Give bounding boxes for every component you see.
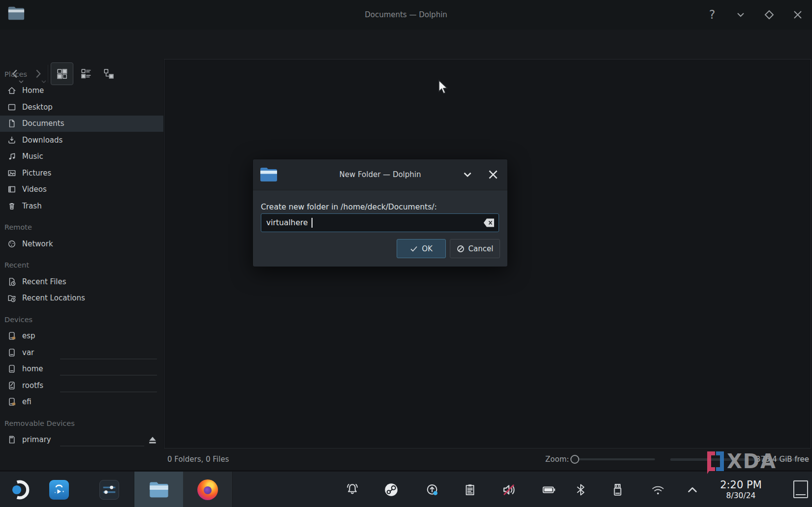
eject-button[interactable] (147, 435, 158, 446)
sidebar-item-label: esp (22, 331, 35, 340)
sidebar-item-esp[interactable]: esp (0, 328, 164, 345)
toolbar: Documents Split (0, 30, 812, 59)
places-panel: Places Home Desktop Documents Downloads … (0, 59, 164, 448)
folder-name-input[interactable] (261, 213, 499, 232)
sidebar-item-music[interactable]: Music (0, 149, 164, 165)
taskbar-launcher-discover[interactable] (45, 472, 73, 507)
dialog-minimize-button[interactable] (459, 166, 476, 183)
download-icon (7, 135, 17, 145)
clipboard-icon (463, 482, 477, 498)
drive-icon (7, 397, 17, 407)
statusbar: 0 Folders, 0 Files Zoom: 375.4 GiB free (0, 448, 812, 470)
sidebar-item-recent-locations[interactable]: Recent Locations (0, 290, 164, 307)
sidebar-item-label: home (22, 364, 43, 373)
maximize-button[interactable] (761, 6, 778, 23)
picture-icon (7, 168, 17, 178)
tray-battery-button[interactable] (540, 472, 558, 507)
updates-icon (424, 482, 440, 498)
xda-watermark: XDA (707, 448, 791, 474)
sidebar-item-pictures[interactable]: Pictures (0, 165, 164, 181)
dolphin-folder-icon (148, 480, 170, 500)
sidebar-item-videos[interactable]: Videos (0, 181, 164, 198)
sidebar-item-label: efi (22, 397, 31, 406)
taskbar-clock[interactable]: 2:20 PM 8/30/24 (708, 472, 774, 507)
clock-date: 8/30/24 (726, 491, 756, 500)
taskbar-task-dolphin[interactable] (134, 472, 184, 507)
sidebar-item-trash[interactable]: Trash (0, 198, 164, 214)
help-button[interactable]: ? (704, 6, 720, 23)
home-icon (7, 86, 17, 95)
zoom-slider[interactable] (575, 458, 655, 460)
sidebar-item-downloads[interactable]: Downloads (0, 132, 164, 149)
tray-usb-device-button[interactable] (609, 472, 626, 507)
battery-icon (540, 482, 558, 497)
close-icon (487, 168, 500, 181)
items-summary: 0 Folders, 0 Files (167, 448, 229, 470)
close-icon (792, 9, 804, 21)
sidebar-item-efi[interactable]: efi (0, 394, 164, 411)
cancel-button[interactable]: Cancel (450, 239, 500, 258)
sidebar-item-documents[interactable]: Documents (0, 116, 164, 132)
disk-usage-bar (60, 446, 144, 447)
disk-usage-bar (60, 358, 157, 359)
tray-bluetooth-button[interactable] (572, 472, 590, 507)
sidebar-section-remote: Remote (0, 219, 164, 236)
sidebar-item-label: Home (22, 86, 44, 95)
tray-steam-button[interactable] (382, 472, 400, 507)
recent-files-icon (7, 277, 17, 287)
sidebar-item-desktop[interactable]: Desktop (0, 99, 164, 116)
tray-updates-button[interactable] (423, 472, 441, 507)
sidebar-item-label: rootfs (22, 381, 43, 390)
taskbar-task-firefox[interactable] (183, 472, 233, 507)
drive-icon (7, 331, 17, 341)
text-cursor (312, 218, 312, 228)
sidebar-item-home-device[interactable]: home (0, 361, 164, 378)
drive-icon (7, 364, 17, 374)
dialog-close-button[interactable] (485, 166, 501, 183)
minimize-chevron-icon (461, 168, 474, 181)
show-desktop-button[interactable] (793, 480, 808, 498)
sidebar-section-removable-devices: Removable Devices (0, 415, 164, 432)
sidebar-item-label: Downloads (22, 136, 62, 145)
mouse-cursor (438, 80, 449, 94)
tray-volume-button[interactable] (500, 472, 518, 507)
tray-wifi-button[interactable] (649, 472, 667, 507)
sidebar-item-var[interactable]: var (0, 344, 164, 361)
sidebar-item-home[interactable]: Home (0, 83, 164, 99)
sidebar-section-recent: Recent (0, 257, 164, 274)
zoom-label: Zoom: (545, 455, 569, 464)
sidebar-item-label: var (22, 348, 34, 357)
sidebar-item-label: Pictures (22, 169, 51, 178)
help-icon: ? (709, 8, 716, 22)
network-icon (7, 239, 17, 249)
disk-usage-bar (60, 391, 157, 392)
sidebar-item-rootfs[interactable]: rootfs (0, 377, 164, 394)
disk-usage-bar (60, 375, 157, 376)
tray-clipboard-button[interactable] (461, 472, 479, 507)
dialog-titlebar: New Folder — Dolphin (253, 159, 507, 190)
xda-right-bracket-icon (716, 451, 724, 471)
sidebar-item-label: Recent Files (22, 277, 66, 286)
sidebar-item-primary[interactable]: primary (0, 432, 164, 448)
ok-button[interactable]: OK (397, 239, 446, 258)
sidebar-section-places: Places (0, 66, 164, 83)
checkmark-icon (410, 245, 418, 252)
recent-locations-icon (7, 293, 17, 303)
sidebar-item-recent-files[interactable]: Recent Files (0, 273, 164, 290)
sidebar-item-network[interactable]: Network (0, 236, 164, 252)
sidebar-item-label: primary (22, 435, 51, 444)
taskbar-launcher-application[interactable] (6, 472, 33, 507)
clock-time: 2:20 PM (720, 479, 762, 491)
dialog-prompt: Create new folder in /home/deck/Document… (261, 203, 437, 211)
usb-device-icon (610, 481, 625, 498)
desktop-icon (7, 102, 17, 112)
zoom-slider-knob[interactable] (570, 455, 579, 464)
taskbar-launcher-settings[interactable] (95, 472, 123, 507)
minimize-button[interactable] (732, 6, 749, 23)
close-button[interactable] (789, 6, 806, 23)
tray-notifications-button[interactable] (344, 472, 361, 507)
window-title: Documents — Dolphin (0, 0, 812, 30)
tray-expand-button[interactable] (684, 472, 701, 507)
clear-input-button[interactable] (483, 217, 496, 228)
eject-icon (147, 435, 158, 446)
